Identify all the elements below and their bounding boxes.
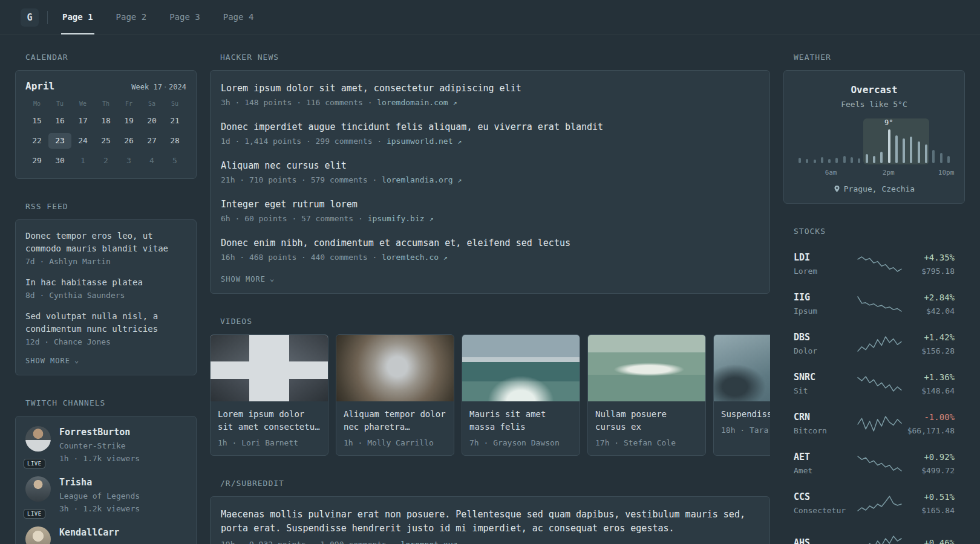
calendar-day: 4 [140,153,163,169]
video-meta: 18h · Tara [721,426,770,435]
twitch-channel[interactable]: LIVE KendallCarr [25,526,186,544]
stock-numbers: +0.92% $499.72 [907,451,955,476]
channel-category: League of Legends [59,490,140,502]
channel-info: KendallCarr [59,526,119,544]
stock-id: DBS Dolor [794,331,852,357]
stock-change: +1.36% [907,371,955,383]
page-tab[interactable]: Page 4 [222,0,255,34]
hn-domain-link[interactable]: ipsumify.biz [368,214,425,223]
hn-meta-text: 6h · 60 points · 57 comments · [221,214,363,223]
page-tab[interactable]: Page 1 [61,0,94,34]
rss-item-link[interactable]: Sed volutpat nulla nisl, a condimentum n… [25,310,186,335]
temperature-label: 9° [884,118,893,127]
channel-name: ForrestBurton [59,426,140,439]
calendar-weekday: Fr [117,100,140,107]
hn-item: Donec imperdiet augue tincidunt felis al… [221,120,759,147]
channel-name: KendallCarr [59,526,119,539]
twitch-channel[interactable]: LIVE Trisha League of Legends 3h · 1.2k … [25,476,186,514]
sparkline-path [858,377,901,391]
subreddit-domain-link[interactable]: loremnet.xyz [400,540,457,544]
hn-item-meta: 21h · 710 points · 579 comments · loreml… [221,175,759,186]
stock-name: Sit [794,385,852,397]
live-badge: LIVE [24,509,45,519]
stock-row[interactable]: SNRC Sit +1.36% $148.64 [794,364,955,404]
weather-location: Prague, Czechia [794,184,955,193]
rss-item-link[interactable]: In hac habitasse platea [25,276,186,289]
avatar-wrap: LIVE [25,526,51,544]
video-card[interactable]: Lorem ipsum dolor sit amet consectetu… 1… [210,334,328,456]
video-title: Aliquam tempor dolor nec pharetra… [344,408,446,433]
weather-section-title: WEATHER [794,53,965,62]
stock-change: +0.51% [907,491,955,503]
hn-item-link[interactable]: Aliquam nec cursus elit [221,159,759,172]
calendar-day: 25 [94,133,117,149]
calendar-weekday: Su [163,100,186,107]
hn-item-link[interactable]: Integer eget rutrum lorem [221,198,759,211]
hn-item-link[interactable]: Donec imperdiet augue tincidunt felis al… [221,120,759,134]
hn-domain-link[interactable]: ipsumworld.net [387,137,453,146]
hn-domain-link[interactable]: loremlandia.org [382,175,452,184]
hn-meta-text: 3h · 148 points · 116 comments · [221,98,372,107]
stock-row[interactable]: DBS Dolor +1.42% $156.28 [794,324,955,364]
stock-symbol: CRN [794,411,852,423]
avatar-wrap: LIVE [25,476,51,514]
hn-meta-text: 16h · 468 points · 440 comments · [221,253,377,262]
video-card[interactable]: Mauris sit amet massa felis 7h · Grayson… [462,334,580,456]
stock-row[interactable]: AET Amet +0.92% $499.72 [794,444,955,484]
subreddit-post-link[interactable]: Maecenas mollis pulvinar erat non posuer… [221,508,759,536]
video-card[interactable]: Aliquam tempor dolor nec pharetra… 1h · … [336,334,454,456]
rss-item-link[interactable]: Donec tempor eros leo, ut commodo mauris… [25,230,186,255]
rss-show-more-button[interactable]: SHOW MORE ⌄ [25,357,79,365]
hn-item-link[interactable]: Lorem ipsum dolor sit amet, consectetur … [221,82,759,95]
hn-domain-link[interactable]: loremtech.co [382,253,439,262]
stock-price: $42.04 [907,305,955,317]
hn-domain-link[interactable]: loremdomain.com [377,98,448,107]
stock-id: CCS Consectetur [794,491,852,516]
video-card[interactable]: Nullam posuere cursus ex 17h · Stefan Co… [587,334,706,456]
calendar-weekdays: MoTuWeThFrSaSu [25,100,186,107]
avatar [25,526,51,544]
video-thumbnail [714,335,770,401]
weather-chart: 9°6am2pm10pm [797,118,951,176]
stock-row[interactable]: IIG Ipsum +2.84% $42.04 [794,284,955,324]
page-tab[interactable]: Page 3 [168,0,201,34]
rss-item-meta: 8d · Cynthia Saunders [25,291,186,300]
weather-bar [940,153,942,163]
stock-sparkline [857,296,903,312]
twitch-channel[interactable]: LIVE ForrestBurton Counter-Strike 1h · 1… [25,426,186,464]
stock-name: Consectetur [794,505,852,516]
twitch-section-title: TWITCH CHANNELS [25,398,197,407]
video-thumbnail [336,335,454,401]
stock-numbers: -1.00% $66,171.48 [907,411,955,436]
weather-axis-label: 10pm [938,169,955,176]
channel-category: Counter-Strike [59,440,140,452]
calendar-separator: · [163,83,168,91]
stock-id: AHS [794,537,852,544]
stock-row[interactable]: CRN Bitcorn -1.00% $66,171.48 [794,404,955,444]
calendar-day: 18 [94,113,117,129]
stock-name: Bitcorn [794,425,852,436]
weather-bar [858,158,860,163]
videos-section: VIDEOS Lorem ipsum dolor sit amet consec… [210,317,770,456]
hn-show-more-button[interactable]: SHOW MORE ⌄ [221,275,275,283]
rss-list: Donec tempor eros leo, ut commodo mauris… [25,230,186,346]
weather-bar [925,144,927,163]
hn-item-link[interactable]: Donec enim nibh, condimentum et accumsan… [221,236,759,250]
page-tab[interactable]: Page 2 [115,0,148,34]
stock-price: $499.72 [907,465,955,476]
weather-bar [903,138,905,163]
stock-symbol: DBS [794,331,852,343]
calendar-day: 20 [140,113,163,129]
stock-row[interactable]: AHS +0.46% [794,523,955,544]
stock-row[interactable]: LDI Lorem +4.35% $795.18 [794,244,955,284]
calendar-header: April Week 17·2024 [25,80,186,92]
live-badge: LIVE [24,459,45,468]
calendar-day: 16 [48,113,71,129]
calendar-day: 15 [25,113,48,129]
video-card[interactable]: Suspendisse diam 18h · Tara [713,334,770,456]
video-title: Suspendisse diam [721,408,770,421]
app-logo: G [21,8,39,27]
stock-row[interactable]: CCS Consectetur +0.51% $165.84 [794,484,955,523]
avatar [25,426,51,452]
weather-condition: Overcast [794,84,955,96]
